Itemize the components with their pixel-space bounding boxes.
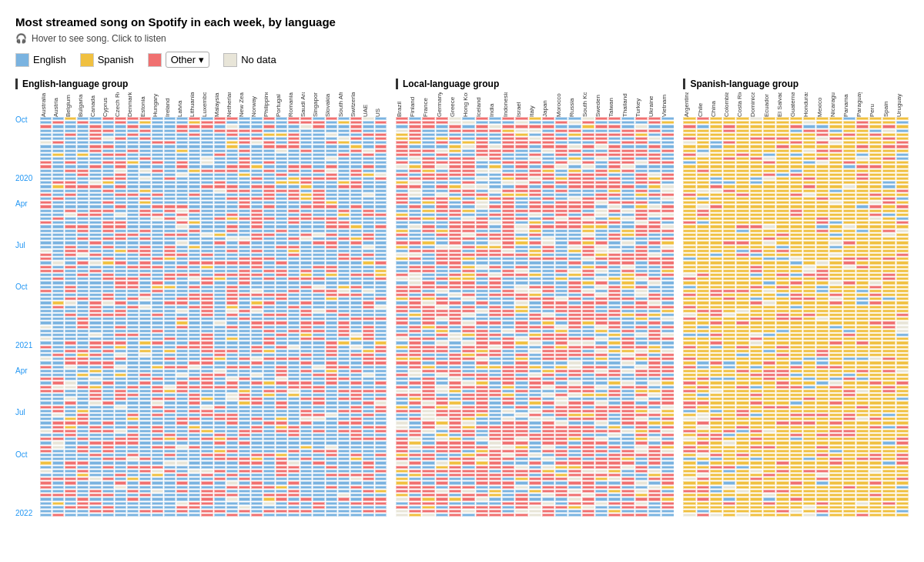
heatmap-cell[interactable] xyxy=(350,437,362,440)
heatmap-cell[interactable] xyxy=(595,381,608,384)
heatmap-cell[interactable] xyxy=(313,502,324,505)
heatmap-cell[interactable] xyxy=(555,490,567,493)
heatmap-cell[interactable] xyxy=(697,453,709,457)
heatmap-cell[interactable] xyxy=(843,470,855,473)
heatmap-cell[interactable] xyxy=(251,306,263,309)
heatmap-cell[interactable] xyxy=(326,141,337,144)
heatmap-cell[interactable] xyxy=(776,141,788,144)
heatmap-cell[interactable] xyxy=(276,321,287,324)
heatmap-cell[interactable] xyxy=(608,493,621,497)
heatmap-cell[interactable] xyxy=(476,269,488,273)
heatmap-cell[interactable] xyxy=(40,493,52,497)
heatmap-cell[interactable] xyxy=(582,225,594,228)
heatmap-cell[interactable] xyxy=(502,386,514,389)
heatmap-cell[interactable] xyxy=(582,410,594,413)
heatmap-cell[interactable] xyxy=(127,165,139,168)
heatmap-cell[interactable] xyxy=(422,169,434,172)
heatmap-cell[interactable] xyxy=(582,257,594,260)
heatmap-cell[interactable] xyxy=(127,117,139,120)
heatmap-cell[interactable] xyxy=(608,121,621,124)
heatmap-cell[interactable] xyxy=(313,177,324,180)
heatmap-cell[interactable] xyxy=(697,297,709,300)
heatmap-cell[interactable] xyxy=(829,246,842,249)
heatmap-cell[interactable] xyxy=(829,229,842,232)
heatmap-cell[interactable] xyxy=(115,133,126,136)
heatmap-cell[interactable] xyxy=(201,145,213,148)
heatmap-cell[interactable] xyxy=(595,466,608,469)
heatmap-cell[interactable] xyxy=(661,257,674,260)
heatmap-cell[interactable] xyxy=(710,330,722,333)
heatmap-cell[interactable] xyxy=(790,361,802,364)
heatmap-cell[interactable] xyxy=(723,350,735,353)
heatmap-cell[interactable] xyxy=(896,401,909,404)
heatmap-cell[interactable] xyxy=(750,473,762,477)
heatmap-cell[interactable] xyxy=(790,333,802,336)
heatmap-cell[interactable] xyxy=(251,450,263,453)
heatmap-cell[interactable] xyxy=(89,470,101,473)
heatmap-cell[interactable] xyxy=(462,309,474,313)
heatmap-cell[interactable] xyxy=(750,157,762,160)
heatmap-cell[interactable] xyxy=(176,441,188,444)
heatmap-cell[interactable] xyxy=(214,169,226,172)
heatmap-cell[interactable] xyxy=(515,181,527,184)
heatmap-cell[interactable] xyxy=(829,249,842,253)
heatmap-cell[interactable] xyxy=(115,141,126,144)
heatmap-cell[interactable] xyxy=(515,470,527,473)
heatmap-cell[interactable] xyxy=(89,457,101,460)
heatmap-cell[interactable] xyxy=(502,229,514,232)
heatmap-cell[interactable] xyxy=(40,257,52,260)
heatmap-cell[interactable] xyxy=(251,346,263,349)
heatmap-cell[interactable] xyxy=(77,441,89,444)
heatmap-cell[interactable] xyxy=(710,497,722,500)
heatmap-cell[interactable] xyxy=(436,513,448,517)
heatmap-cell[interactable] xyxy=(515,253,527,256)
heatmap-cell[interactable] xyxy=(77,481,89,484)
heatmap-cell[interactable] xyxy=(139,309,151,313)
heatmap-cell[interactable] xyxy=(776,437,788,440)
heatmap-cell[interactable] xyxy=(697,386,709,389)
heatmap-cell[interactable] xyxy=(375,253,387,256)
heatmap-cell[interactable] xyxy=(338,366,350,369)
heatmap-cell[interactable] xyxy=(363,493,374,497)
heatmap-cell[interactable] xyxy=(489,481,501,484)
heatmap-cell[interactable] xyxy=(869,473,882,477)
heatmap-cell[interactable] xyxy=(529,229,541,232)
heatmap-cell[interactable] xyxy=(736,486,748,489)
heatmap-cell[interactable] xyxy=(776,513,788,517)
heatmap-cell[interactable] xyxy=(542,297,554,300)
heatmap-cell[interactable] xyxy=(621,141,634,144)
heatmap-cell[interactable] xyxy=(648,330,661,333)
heatmap-cell[interactable] xyxy=(697,153,709,156)
heatmap-cell[interactable] xyxy=(65,486,76,489)
heatmap-cell[interactable] xyxy=(750,453,762,457)
heatmap-cell[interactable] xyxy=(313,401,324,404)
heatmap-cell[interactable] xyxy=(635,357,648,360)
heatmap-cell[interactable] xyxy=(829,390,842,393)
heatmap-cell[interactable] xyxy=(816,410,829,413)
heatmap-cell[interactable] xyxy=(555,417,567,420)
heatmap-cell[interactable] xyxy=(829,261,842,264)
heatmap-cell[interactable] xyxy=(621,149,634,152)
heatmap-cell[interactable] xyxy=(710,441,722,444)
heatmap-cell[interactable] xyxy=(251,209,263,212)
heatmap-cell[interactable] xyxy=(661,321,674,324)
heatmap-cell[interactable] xyxy=(750,461,762,464)
heatmap-cell[interactable] xyxy=(139,381,151,384)
heatmap-cell[interactable] xyxy=(201,346,213,349)
heatmap-cell[interactable] xyxy=(723,317,735,320)
heatmap-cell[interactable] xyxy=(790,165,802,168)
heatmap-cell[interactable] xyxy=(152,221,163,224)
heatmap-cell[interactable] xyxy=(449,125,461,128)
heatmap-cell[interactable] xyxy=(608,313,621,316)
heatmap-cell[interactable] xyxy=(338,326,350,329)
heatmap-cell[interactable] xyxy=(608,386,621,389)
heatmap-cell[interactable] xyxy=(542,149,554,152)
heatmap-cell[interactable] xyxy=(882,293,895,296)
heatmap-cell[interactable] xyxy=(164,117,176,120)
heatmap-cell[interactable] xyxy=(648,453,661,457)
heatmap-cell[interactable] xyxy=(542,430,554,433)
heatmap-cell[interactable] xyxy=(152,430,163,433)
heatmap-cell[interactable] xyxy=(529,390,541,393)
heatmap-cell[interactable] xyxy=(621,133,634,136)
heatmap-cell[interactable] xyxy=(829,346,842,349)
